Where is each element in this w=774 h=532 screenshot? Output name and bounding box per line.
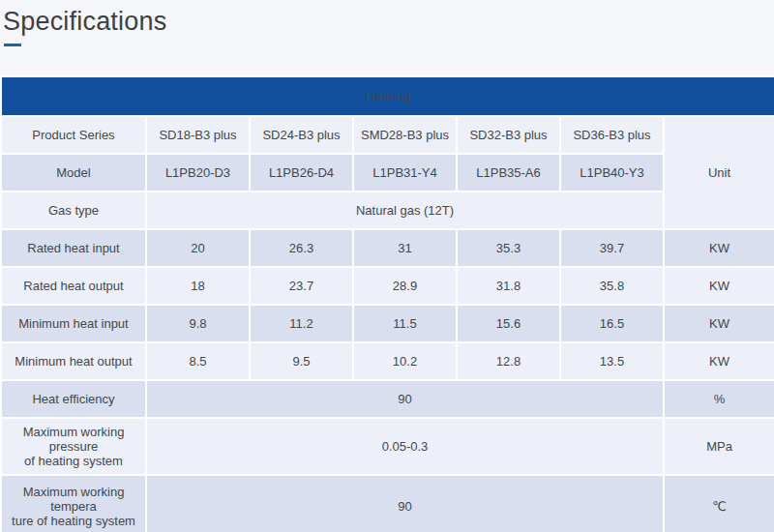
series-cell: SD32-B3 plus	[457, 116, 560, 154]
row-label: Minimum heat input	[1, 305, 146, 342]
heat-efficiency-row: Heat efficiency 90 %	[1, 380, 774, 418]
value-cell: 8.5	[146, 342, 250, 380]
value-cell: 18	[146, 267, 250, 305]
row-label: Rated heat output	[1, 267, 146, 305]
max-working-temperature-row: Maximum working tempera ture of heating …	[1, 475, 774, 532]
gas-type-value: Natural gas (12T)	[146, 192, 664, 229]
value-cell: 35.3	[457, 229, 560, 267]
value-cell: 90	[146, 380, 664, 418]
value-cell: 31.8	[457, 267, 560, 305]
value-cell: 35.8	[560, 267, 664, 305]
max-working-pressure-row: Maximum working pressure of heating syst…	[1, 418, 774, 475]
value-cell: 23.7	[250, 267, 353, 305]
value-cell: 39.7	[560, 229, 664, 267]
specifications-page: Specifications Heating Product Series SD…	[0, 0, 774, 532]
series-cell: SMD28-B3 plus	[353, 116, 457, 154]
value-cell: 26.3	[250, 229, 353, 267]
rated-heat-input-row: Rated heat input 20 26.3 31 35.3 39.7 KW	[1, 229, 774, 267]
value-cell: 10.2	[353, 342, 457, 380]
value-cell: 16.5	[560, 305, 664, 342]
row-label: Model	[1, 154, 146, 192]
value-cell: 9.8	[146, 305, 250, 342]
value-cell: 11.5	[353, 305, 457, 342]
value-cell: 20	[146, 229, 250, 267]
value-cell: 90	[146, 475, 664, 532]
row-label: Heat efficiency	[1, 380, 146, 418]
model-cell: L1PB31-Y4	[353, 154, 457, 192]
row-label: Rated heat input	[1, 229, 146, 267]
value-cell: 9.5	[250, 342, 353, 380]
row-label: Maximum working tempera ture of heating …	[1, 475, 146, 532]
unit-cell: KW	[664, 229, 774, 267]
page-title: Specifications	[3, 7, 774, 37]
minimum-heat-output-row: Minimum heat output 8.5 9.5 10.2 12.8 13…	[1, 342, 774, 380]
unit-cell: KW	[664, 305, 774, 342]
title-underline-accent	[4, 44, 21, 46]
rated-heat-output-row: Rated heat output 18 23.7 28.9 31.8 35.8…	[1, 267, 774, 305]
value-cell: 28.9	[353, 267, 457, 305]
value-cell: 13.5	[560, 342, 664, 380]
model-row: Model L1PB20-D3 L1PB26-D4 L1PB31-Y4 L1PB…	[1, 154, 774, 192]
row-label: Product Series	[1, 116, 146, 154]
unit-cell: MPa	[664, 418, 774, 475]
model-cell: L1PB40-Y3	[560, 154, 664, 192]
gas-type-row: Gas type Natural gas (12T)	[1, 192, 774, 229]
value-cell: 0.05-0.3	[146, 418, 664, 475]
product-series-row: Product Series SD18-B3 plus SD24-B3 plus…	[1, 116, 774, 154]
table-header-row: Heating	[1, 76, 774, 116]
model-cell: L1PB20-D3	[146, 154, 250, 192]
series-cell: SD36-B3 plus	[560, 116, 664, 154]
unit-cell: KW	[664, 267, 774, 305]
model-cell: L1PB26-D4	[250, 154, 353, 192]
value-cell: 15.6	[457, 305, 560, 342]
specifications-table: Heating Product Series SD18-B3 plus SD24…	[0, 75, 774, 532]
unit-cell: ℃	[664, 475, 774, 532]
minimum-heat-input-row: Minimum heat input 9.8 11.2 11.5 15.6 16…	[1, 305, 774, 342]
value-cell: 12.8	[457, 342, 560, 380]
series-cell: SD24-B3 plus	[250, 116, 353, 154]
table-title: Heating	[1, 76, 774, 116]
model-cell: L1PB35-A6	[457, 154, 560, 192]
row-label: Maximum working pressure of heating syst…	[1, 418, 146, 475]
value-cell: 31	[353, 229, 457, 267]
series-cell: SD18-B3 plus	[146, 116, 250, 154]
unit-cell: KW	[664, 342, 774, 380]
row-label: Minimum heat output	[1, 342, 146, 380]
title-block: Specifications	[0, 0, 774, 75]
unit-cell: %	[664, 380, 774, 418]
row-label: Gas type	[1, 192, 146, 229]
value-cell: 11.2	[250, 305, 353, 342]
unit-column-header: Unit	[664, 116, 774, 229]
